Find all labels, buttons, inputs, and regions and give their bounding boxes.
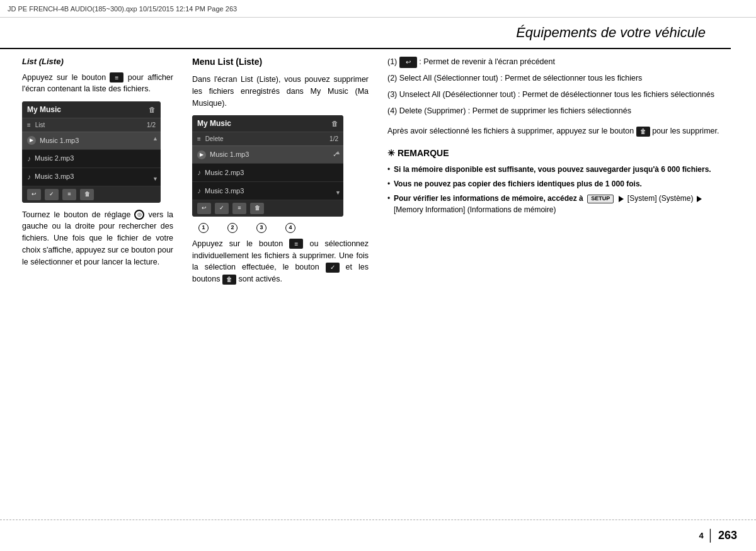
trash-button: 🗑 <box>222 275 236 285</box>
remarque-item-3: Pour vérifier les informations de mémoir… <box>387 193 734 215</box>
remarque-item3-cont: [System] (Système) <box>627 194 696 203</box>
header-text: JD PE FRENCH-4B AUDIO(185~300).qxp 10/15… <box>8 5 237 13</box>
note-icon-s2-3: ♪ <box>197 185 201 196</box>
right-item-2: (2) Select All (Sélectionner tout) : Per… <box>387 72 734 84</box>
remarque-item3-end: [Memory Information] (Informations de mé… <box>394 205 556 214</box>
check-button: ✓ <box>326 263 340 273</box>
mid-para1: Dans l'écran List (Liste), vous pouvez s… <box>192 74 369 109</box>
remarque-item2-text: Vous ne pouvez pas copier des fichiers i… <box>394 179 642 188</box>
footer-chapter: 4 <box>699 531 703 540</box>
footer-menu-btn[interactable]: ≡ <box>62 189 76 200</box>
dial-icon: ◎ <box>134 210 144 220</box>
remarque-section: ✳ REMARQUE Si la mémoire disponible est … <box>387 146 734 215</box>
screen2-tab: ≡ Delete 1/2 <box>192 132 343 146</box>
screen2-footer: ↩ ✓ ≡ 🗑 <box>192 200 343 217</box>
setup-button: SETUP <box>587 195 614 203</box>
screen2-header: My Music 🗑 <box>192 115 343 132</box>
page-title-section: Équipements de votre véhicule <box>0 18 731 49</box>
right-num-4: (4) Delete (Supprimer) : Permet de suppr… <box>387 106 631 115</box>
left-para2-text1: Tournez le bouton de réglage <box>22 210 130 219</box>
screen1-item1-label: Music 1.mp3 <box>40 135 79 146</box>
annotations-row: 1 2 3 4 <box>198 223 362 233</box>
annotation-1: 1 <box>198 223 209 233</box>
annotation-4: 4 <box>285 223 295 233</box>
col-left: List (Liste) Appuyez sur le bouton ≡ pou… <box>19 49 183 516</box>
footer-check-btn[interactable]: ✓ <box>45 189 59 200</box>
scroll-up-icon: ▲ <box>152 135 158 144</box>
s2-footer-trash-btn[interactable]: 🗑 <box>250 203 264 214</box>
screen1-scrollbar: ▲ ▼ <box>152 132 158 186</box>
screen2-scrollbar: ▲ ▼ <box>335 146 341 200</box>
col-mid: Menu List (Liste) Dans l'écran List (Lis… <box>183 49 378 516</box>
screen1-footer: ↩ ✓ ≡ 🗑 <box>22 186 161 203</box>
back-button-icon: ↩ <box>399 57 417 68</box>
right-num-1: (1) <box>387 57 399 66</box>
remarque-title: ✳ REMARQUE <box>387 146 734 160</box>
footer-page: 4 │ 263 <box>699 529 737 542</box>
header-bar: JD PE FRENCH-4B AUDIO(185~300).qxp 10/15… <box>0 0 756 18</box>
screen1-header: My Music 🗑 <box>22 101 161 118</box>
note-icon-3: ♪ <box>27 171 31 183</box>
arrow-right-1 <box>619 196 624 202</box>
mid-heading: Menu List (Liste) <box>192 55 369 69</box>
mid-para1-text: Dans l'écran List (Liste), vous pouvez s… <box>192 75 369 108</box>
right-num-2: (2) Select All (Sélectionner tout) : Per… <box>387 74 642 82</box>
remarque-list: Si la mémoire disponible est suffisante,… <box>387 164 734 215</box>
remarque-item-2: Vous ne pouvez pas copier des fichiers i… <box>387 178 734 190</box>
play-icon-s2-1: ▶ <box>197 151 206 159</box>
col-right: (1) ↩ : Permet de revenir à l'écran préc… <box>378 49 737 516</box>
delete-trash-icon: 🗑 <box>636 127 650 137</box>
footer-trash-btn[interactable]: 🗑 <box>80 189 94 200</box>
right-num-3: (3) Unselect All (Désélectionner tout) :… <box>387 90 714 99</box>
footer-back-btn[interactable]: ↩ <box>27 189 41 200</box>
screen1-item-1: ▶ Music 1.mp3 <box>22 132 161 150</box>
screen1-item-2: ♪ Music 2.mp3 <box>22 150 161 168</box>
mid-para2a: Appuyez sur le bouton <box>192 239 283 248</box>
scroll-down-icon-2: ▼ <box>335 189 341 198</box>
arrow-right-2 <box>697 196 702 202</box>
play-icon-1: ▶ <box>27 136 36 145</box>
screen1-title: My Music <box>27 104 61 115</box>
screen1-item-3: ♪ Music 3.mp3 <box>22 168 161 186</box>
footer-separator: │ <box>707 529 714 542</box>
screen2-item-3: ♪ Music 3.mp3 <box>192 182 343 200</box>
remarque-item-1: Si la mémoire disponible est suffisante,… <box>387 164 734 175</box>
mid-para2: Appuyez sur le bouton ≡ ou sélectionnez … <box>192 238 369 285</box>
screen1-item3-label: Music 3.mp3 <box>35 171 74 182</box>
s2-footer-menu-btn[interactable]: ≡ <box>232 203 246 214</box>
screen1-trash-icon: 🗑 <box>149 105 156 115</box>
screen2-item-2: ♪ Music 2.mp3 <box>192 164 343 182</box>
music-screen-1: My Music 🗑 ≡ List 1/2 ▶ Music 1.mp3 ♪ Mu… <box>22 101 161 203</box>
remarque-title-text: REMARQUE <box>398 148 449 158</box>
note-icon-s2-2: ♪ <box>197 167 201 178</box>
music-screen-2: My Music 🗑 ≡ Delete 1/2 ▶ Music 1.mp3 ✓ … <box>192 115 343 217</box>
screen1-tab: ≡ List 1/2 <box>22 118 161 132</box>
remarque-star: ✳ <box>387 148 398 158</box>
scroll-up-icon-2: ▲ <box>335 149 341 157</box>
s2-footer-back-btn[interactable]: ↩ <box>197 203 211 214</box>
screen2-trash-icon: 🗑 <box>331 118 338 129</box>
footer-page-num: 263 <box>718 529 737 542</box>
screen2-title: My Music <box>197 118 231 129</box>
note-icon-2: ♪ <box>27 153 31 164</box>
annotation-3: 3 <box>256 223 266 233</box>
annotation-2: 2 <box>227 223 238 233</box>
screen1-item2-label: Music 2.mp3 <box>35 153 74 164</box>
left-para2: Tournez le bouton de réglage ◎ vers la g… <box>22 209 173 268</box>
footer: 4 │ 263 <box>0 520 756 551</box>
right-delete-para: Après avoir sélectionné les fichiers à s… <box>387 125 734 137</box>
scroll-down-icon: ▼ <box>152 175 158 184</box>
left-heading: List (Liste) <box>22 55 173 68</box>
screen2-list: ▶ Music 1.mp3 ✓ ♪ Music 2.mp3 ♪ Music 3.… <box>192 146 343 200</box>
left-para1-text: Appuyez sur le bouton <box>22 73 106 82</box>
right-delete-text2: pour les supprimer. <box>652 127 719 135</box>
left-para1: Appuyez sur le bouton ≡ pour afficher l'… <box>22 72 173 96</box>
screen2-item2-label: Music 2.mp3 <box>205 168 244 178</box>
right-item1-text: : Permet de revenir à l'écran précédent <box>419 57 555 66</box>
right-item-4: (4) Delete (Supprimer) : Permet de suppr… <box>387 105 734 117</box>
screen1-pagination: 1/2 <box>147 120 156 130</box>
screen2-item1-label: Music 1.mp3 <box>210 149 249 160</box>
screen2-pagination: 1/2 <box>329 134 338 144</box>
remarque-item3-text: Pour vérifier les informations de mémoir… <box>394 194 583 203</box>
s2-footer-check-btn[interactable]: ✓ <box>215 203 229 214</box>
